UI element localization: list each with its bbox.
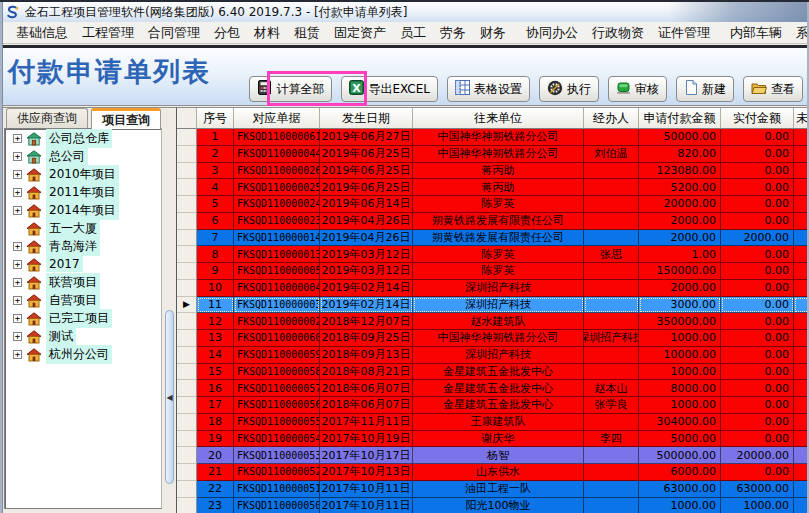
table-row[interactable]: 15FKSQD1100000582018年08月21日金星建筑五金批发中心100…: [177, 364, 809, 381]
cell-requested: 10000.00: [639, 347, 721, 364]
table-row[interactable]: 12FKSQD1100000022018年12月07日赵水建筑队350000.0…: [177, 313, 809, 330]
expand-plus-icon[interactable]: +: [13, 152, 22, 161]
tree-item-杭州分公司[interactable]: +杭州分公司: [5, 345, 161, 363]
tree-item-联营项目[interactable]: +联营项目: [5, 273, 161, 291]
table-row[interactable]: 16FKSQD1100000572018年06月07日金星建筑五金批发中心赵本山…: [177, 380, 809, 397]
column-header-对应单据[interactable]: 对应单据: [234, 108, 320, 129]
tree-item-青岛海洋[interactable]: +青岛海洋: [5, 237, 161, 255]
tree-item-2017[interactable]: +2017: [5, 255, 161, 273]
cell-unit: 陈罗英: [413, 246, 584, 263]
menu-item-证件管理[interactable]: 证件管理: [651, 22, 717, 44]
toolbar-button-计算全部[interactable]: 计算全部: [249, 76, 332, 102]
menu-item-员工[interactable]: 员工: [393, 22, 433, 44]
expand-plus-icon[interactable]: +: [13, 332, 22, 341]
tree-item-五一大厦[interactable]: 五一大厦: [5, 219, 161, 237]
table-row[interactable]: 7FKSQD1100000142019年04月26日朔黄铁路发展有限责任公司20…: [177, 230, 809, 247]
table-row[interactable]: 8FKSQD1100000132019年03月12日陈罗英张思1.000.00: [177, 246, 809, 263]
sidebar-tabs: 供应商查询项目查询: [6, 108, 161, 129]
table-row[interactable]: 13FKSQD1100000602018年09月25日中国神华神朔铁路分公司深圳…: [177, 330, 809, 347]
table-row[interactable]: 19FKSQD1100000542017年10月19日谢庆华李四5000.000…: [177, 431, 809, 448]
cell-requested: 350000.00: [639, 313, 721, 330]
tree-item-总公司[interactable]: +总公司: [5, 147, 161, 165]
expand-plus-icon[interactable]: +: [13, 350, 22, 359]
tree-item-label: 2017: [46, 256, 83, 272]
table-row[interactable]: 22FKSQD1100000512017年10月11日油田工程一队63000.0…: [177, 481, 809, 498]
cell-doc: FKSQD110000004: [234, 280, 320, 297]
expand-plus-icon[interactable]: +: [13, 206, 22, 215]
tab-供应商查询[interactable]: 供应商查询: [6, 108, 88, 128]
cell-unit: 蒋丙助: [413, 163, 584, 180]
tree-item-2011年项目[interactable]: +2011年项目: [5, 183, 161, 201]
cell-date: 2019年03月12日: [320, 246, 413, 263]
table-row[interactable]: 2FKSQD1100000442019年06月25日中国神华神朔铁路分公司刘伯温…: [177, 146, 809, 163]
tree-item-自营项目[interactable]: +自营项目: [5, 291, 161, 309]
row-indicator-cell: [177, 213, 197, 230]
column-header-序号[interactable]: 序号: [197, 108, 234, 129]
menu-item-合同管理[interactable]: 合同管理: [141, 22, 207, 44]
expand-plus-icon[interactable]: +: [13, 314, 22, 323]
table-row[interactable]: 21FKSQD1100000522017年10月13日山东供水6000.000.…: [177, 464, 809, 481]
house-icon: [26, 257, 42, 271]
toolbar-button-表格设置[interactable]: 表格设置: [447, 76, 530, 102]
sidebar-collapse-splitter[interactable]: ◀: [165, 310, 174, 484]
expand-plus-icon[interactable]: +: [13, 134, 22, 143]
table-row[interactable]: 17FKSQD1100000562018年06月07日金星建筑五金批发中心张学良…: [177, 397, 809, 414]
table-row[interactable]: 9FKSQD1100000052019年03月12日陈罗英150000.000.…: [177, 263, 809, 280]
column-header-申请付款金额[interactable]: 申请付款金额: [639, 108, 721, 129]
toolbar-button-执行[interactable]: 执行: [539, 76, 599, 102]
menu-item-工程管理[interactable]: 工程管理: [75, 22, 141, 44]
column-header-发生日期[interactable]: 发生日期: [320, 108, 413, 129]
cell-requested: 2000.00: [639, 280, 721, 297]
menu-item-租赁[interactable]: 租赁: [287, 22, 327, 44]
table-row[interactable]: 18FKSQD1100000552017年11月11日王康建筑队304000.0…: [177, 414, 809, 431]
toolbar-button-导出EXCEL[interactable]: X导出EXCEL: [341, 76, 438, 102]
tree-item-测试[interactable]: +测试: [5, 327, 161, 345]
cell-unit: 金星建筑五金批发中心: [413, 397, 584, 414]
toolbar-button-审核[interactable]: 审核: [608, 76, 667, 102]
menu-item-劳务[interactable]: 劳务: [433, 22, 473, 44]
tree-item-2010年项目[interactable]: +2010年项目: [5, 165, 161, 183]
toolbar-button-新建[interactable]: 新建: [676, 76, 734, 102]
window-border-left: [0, 0, 3, 513]
table-row[interactable]: 3FKSQD1100000262019年06月25日蒋丙助123080.000.…: [177, 163, 809, 180]
expand-plus-icon[interactable]: +: [13, 278, 22, 287]
tree-item-公司总仓库[interactable]: +公司总仓库: [5, 129, 161, 147]
table-row[interactable]: 10FKSQD1100000042019年02月14日深圳招产科技2000.00…: [177, 280, 809, 297]
expand-plus-icon[interactable]: +: [13, 296, 22, 305]
cell-paid: 63000.00: [721, 481, 794, 498]
expand-plus-icon[interactable]: +: [13, 242, 22, 251]
table-row[interactable]: 6FKSQD1100000232019年04月26日朔黄铁路发展有限责任公司20…: [177, 213, 809, 230]
cell-seq: 9: [197, 263, 234, 280]
table-row[interactable]: ▶11FKSQD1100000032019年02月14日深圳招产科技3000.0…: [177, 297, 809, 314]
column-header-实付金额[interactable]: 实付金额: [721, 108, 794, 129]
menu-item-固定资产[interactable]: 固定资产: [327, 22, 393, 44]
table-row[interactable]: 14FKSQD1100000592018年09月13日深圳招产科技10000.0…: [177, 347, 809, 364]
menu-item-协同办公[interactable]: 协同办公: [519, 22, 585, 44]
title-bar: 金石工程项目管理软件(网络集团版) 6.40 2019.7.3 - [付款申请单…: [0, 2, 809, 22]
cell-date: 2019年06月27日: [320, 129, 413, 146]
menu-item-财务[interactable]: 财务: [473, 22, 513, 44]
table-row[interactable]: 23FKSQD1100000502017年10月11日阳光100物业1000.0…: [177, 498, 809, 513]
tree-item-2014年项目[interactable]: +2014年项目: [5, 201, 161, 219]
expand-plus-icon[interactable]: +: [13, 170, 22, 179]
menu-item-材料[interactable]: 材料: [247, 22, 287, 44]
table-row[interactable]: 4FKSQD1100000252019年06月25日蒋丙助5200.000.00: [177, 179, 809, 196]
toolbar-button-查看[interactable]: 查看: [743, 76, 803, 102]
expand-plus-icon[interactable]: +: [13, 188, 22, 197]
menu-item-内部车辆[interactable]: 内部车辆: [723, 22, 789, 44]
tree-item-已完工项目[interactable]: +已完工项目: [5, 309, 161, 327]
column-header-经办人[interactable]: 经办人: [584, 108, 639, 129]
menu-item-基础信息[interactable]: 基础信息: [9, 22, 75, 44]
expand-plus-icon[interactable]: +: [13, 260, 22, 269]
menu-item-分包[interactable]: 分包: [207, 22, 247, 44]
cell-agent: [584, 297, 639, 314]
column-header-往来单位[interactable]: 往来单位: [413, 108, 584, 129]
menu-item-系统[interactable]: 系统: [789, 22, 809, 44]
cell-seq: 12: [197, 313, 234, 330]
tab-项目查询[interactable]: 项目查询: [91, 108, 161, 129]
button-label: 查看: [771, 81, 795, 98]
table-row[interactable]: 20FKSQD1100000532017年10月17日杨智500000.0020…: [177, 447, 809, 464]
table-row[interactable]: 1FKSQD1100000612019年06月27日中国神华神朔铁路分公司500…: [177, 129, 809, 146]
menu-item-行政物资[interactable]: 行政物资: [585, 22, 651, 44]
table-row[interactable]: 5FKSQD1100000242019年06月14日陈罗英20000.000.0…: [177, 196, 809, 213]
